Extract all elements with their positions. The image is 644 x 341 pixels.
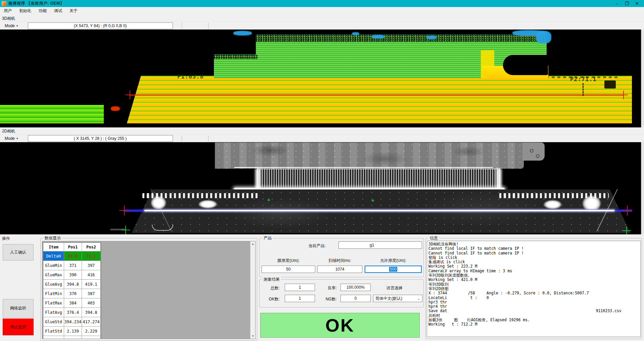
- allow-thickness-label: 允许厚度(Um):: [365, 258, 422, 264]
- log-line: LocateLi t : 0: [428, 296, 639, 300]
- total-field[interactable]: 1: [285, 284, 315, 291]
- scroll-down-icon[interactable]: ▼: [250, 334, 255, 339]
- crosshair-red-left-3d: [126, 91, 134, 99]
- scan-time-field[interactable]: 1074: [317, 266, 362, 273]
- product-label: 产品: [262, 235, 273, 241]
- allow-thickness-field[interactable]: 500: [365, 266, 422, 273]
- maximize-button[interactable]: ❐: [622, 0, 632, 7]
- camera2d-view[interactable]: [0, 142, 644, 234]
- pins-end-glow-right: [496, 169, 502, 190]
- table-row[interactable]: GlueMin 371 397: [43, 261, 101, 270]
- log-line: 加载3张 图 行AOI检查, Elapsed 19296 ms.: [428, 318, 639, 322]
- close-button[interactable]: ✕: [632, 0, 642, 7]
- data-display-label: 数据显示: [43, 235, 62, 241]
- crosshair-red-left-2d: [119, 206, 129, 216]
- scan-time-label: 扫描时间ms:: [317, 258, 362, 264]
- camera2d-mode-button[interactable]: Mode ▾: [2, 135, 20, 142]
- title-bar[interactable]: 测厚程序 【当前用户: OEM】 – ❐ ✕: [0, 0, 644, 7]
- p1-measure-label: P1:63.8: [177, 73, 204, 80]
- film-thickness-field[interactable]: 50: [262, 266, 315, 273]
- log-line: 等到2D拼图: [428, 287, 639, 291]
- camera3d-section-label: 3D相机: [2, 16, 15, 21]
- p2-dashed-marker: [583, 83, 584, 96]
- log-line: 登陆 is click: [428, 255, 639, 260]
- data-display-list: Item Pos1 Pos2 DeltaH 63.8 71.1 GlueMin …: [42, 241, 256, 339]
- result-status-panel: OK: [260, 313, 420, 338]
- log-line: 共耗时: [428, 314, 639, 318]
- table-row[interactable]: GlueMax 390 416: [43, 270, 101, 280]
- current-product-label: 当前产品:: [302, 243, 326, 249]
- camera2d-pixel-readout[interactable]: ( X 3145, Y 28 ) : ( Gray 255 ): [28, 135, 173, 142]
- col-pos1: Pos1: [64, 243, 82, 251]
- toolbar-separator: [208, 135, 209, 141]
- table-row[interactable]: FlatAvg 376.4 394.8: [43, 308, 101, 317]
- table-row[interactable]: FlatMax 384 403: [43, 298, 101, 308]
- scroll-up-icon[interactable]: ▲: [250, 241, 255, 246]
- camera3d-view[interactable]: P1:63.8 P2:71.1: [0, 30, 644, 127]
- window-controls: – ❐ ✕: [612, 0, 642, 7]
- log-line: Cannot find local IF to match camera IP …: [428, 246, 639, 251]
- menu-function[interactable]: 功能: [35, 7, 50, 15]
- log-line: 等到3D取到: [428, 282, 639, 287]
- menu-initialize[interactable]: 初始化: [15, 7, 35, 15]
- operation-label: 操作: [2, 236, 10, 241]
- yield-field[interactable]: 100.000%: [340, 284, 371, 291]
- table-row[interactable]: FlatStd 2.139 2.229: [43, 327, 101, 336]
- selected-text: 500: [389, 267, 397, 272]
- crosshair-red-right-3d: [619, 91, 628, 99]
- menu-about[interactable]: 关于: [66, 7, 81, 15]
- height-map-slab: [124, 76, 632, 123]
- camera3d-mode-button[interactable]: Mode ▾: [2, 22, 20, 29]
- minimize-button[interactable]: –: [612, 0, 622, 7]
- chevron-down-icon: ▾: [16, 137, 18, 140]
- camera3d-pixel-readout[interactable]: (X 5473, Y 84) : (R 0,G 0,B 0): [28, 22, 173, 29]
- table-row[interactable]: GlueStd 394.234 417.274: [43, 317, 101, 327]
- measure-line-3d: [129, 95, 624, 96]
- camera2d-toolbar: Mode ▾ ( X 3145, Y 28 ) : ( Gray 255 ): [0, 134, 644, 142]
- language-value: 简体中文(默认): [375, 296, 402, 301]
- table-row[interactable]: FlatMin 370 387: [43, 289, 101, 298]
- table-row[interactable]: DeltaH 63.8 71.1: [43, 251, 101, 261]
- total-label: 总数:: [262, 285, 280, 291]
- table-row[interactable]: GlueAvg 394.8 419.1: [43, 280, 101, 289]
- results-group: 测量结果 总数: 1 良率: 100.000% 语言选择 OK数: 1 NG数:…: [259, 279, 424, 307]
- white-arc-mark: [152, 225, 173, 231]
- toolbar-separator: [182, 135, 182, 141]
- chevron-down-icon: ⌄: [417, 297, 420, 300]
- ng-count-label: NG数:: [320, 296, 337, 302]
- app-icon: [2, 1, 6, 6]
- glue-blob: [150, 196, 167, 210]
- pcb-region: [215, 143, 524, 169]
- menu-debug[interactable]: 调试: [50, 7, 66, 15]
- view-right-edge: [641, 142, 644, 234]
- table-scrollbar[interactable]: ▲ ▼: [250, 241, 255, 339]
- glue-blob: [543, 200, 562, 209]
- info-group: 信息 3D相机没有网络! Cannot find local IF to mat…: [425, 238, 642, 339]
- stop-listen-button[interactable]: 停止监听: [3, 319, 34, 335]
- current-product-field[interactable]: g1: [338, 241, 422, 249]
- table-header-row: Item Pos1 Pos2: [43, 243, 101, 251]
- upper-region-step-noise: [214, 55, 258, 59]
- log-line: hpr3 thr: [428, 300, 639, 304]
- info-log[interactable]: 3D相机没有网络! Cannot find local IF to match …: [427, 241, 641, 337]
- log-line: 等到3D取到灰度图数据。: [428, 273, 639, 278]
- manual-confirm-button[interactable]: 人工确认: [3, 244, 34, 261]
- product-group: 产品 当前产品: g1 膜厚度(Um): 扫描时间ms: 允许厚度(Um): 5…: [259, 238, 424, 277]
- log-line: hpr4 thr: [428, 304, 639, 309]
- height-map-left-bar: [0, 105, 104, 123]
- menu-user[interactable]: 用户: [0, 7, 15, 15]
- ng-count-field[interactable]: 0: [340, 295, 371, 302]
- language-dropdown[interactable]: 简体中文(默认) ⌄: [373, 295, 422, 302]
- log-line: Working Set : 223.2 M: [428, 264, 639, 269]
- ok-count-label: OK数:: [262, 296, 280, 302]
- pcb-bottom-edge: [234, 167, 493, 168]
- table-row[interactable]: X 2503.5 7966.7: [43, 336, 101, 339]
- ok-count-field[interactable]: 1: [285, 295, 315, 302]
- cyan-noise-blob: [233, 31, 252, 36]
- glue-blob: [198, 200, 218, 209]
- p2-measure-label: P2:71.1: [570, 76, 597, 82]
- log-line: CameraLV array to HImage time : 3 ms: [428, 269, 639, 273]
- data-display-group: 数据显示 Item Pos1 Pos2 DeltaH 63.8 71.1 Glu…: [40, 238, 257, 341]
- toolbar-separator: [208, 23, 209, 29]
- network-listen-button[interactable]: 网络监听: [3, 299, 34, 318]
